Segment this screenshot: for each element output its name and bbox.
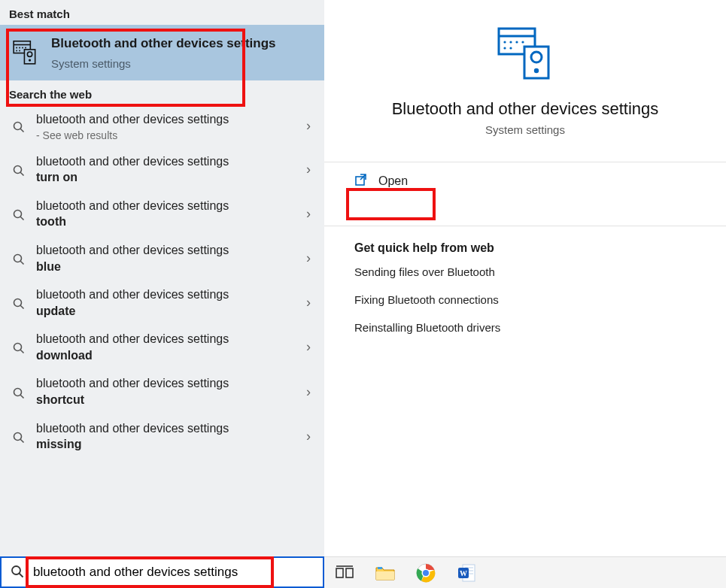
preview-subtitle: System settings bbox=[324, 123, 726, 136]
svg-point-21 bbox=[14, 344, 22, 351]
web-result[interactable]: bluetooth and other devices settings sho… bbox=[0, 369, 324, 414]
taskbar: W bbox=[324, 556, 726, 588]
svg-rect-44 bbox=[376, 571, 394, 580]
svg-point-23 bbox=[14, 388, 22, 396]
web-results-list: bluetooth and other devices settings - S… bbox=[0, 105, 324, 459]
svg-point-15 bbox=[14, 210, 22, 217]
search-icon bbox=[11, 162, 27, 177]
devices-settings-icon bbox=[11, 35, 41, 68]
best-match-result[interactable]: Bluetooth and other devices settings Sys… bbox=[0, 25, 324, 80]
svg-point-2 bbox=[16, 47, 17, 49]
svg-line-22 bbox=[20, 350, 23, 353]
web-result[interactable]: bluetooth and other devices settings tur… bbox=[0, 147, 324, 192]
chevron-right-icon[interactable]: › bbox=[300, 250, 317, 266]
search-results-panel: Best match Bluetooth and other devices s… bbox=[0, 0, 324, 556]
search-icon bbox=[11, 207, 27, 221]
word-icon[interactable]: W bbox=[454, 560, 479, 586]
svg-line-14 bbox=[20, 172, 23, 175]
svg-rect-42 bbox=[346, 568, 353, 577]
preview-title: Bluetooth and other devices settings bbox=[324, 99, 726, 119]
chevron-right-icon[interactable]: › bbox=[300, 206, 317, 222]
svg-point-17 bbox=[14, 255, 22, 262]
search-icon bbox=[11, 119, 27, 133]
chevron-right-icon[interactable]: › bbox=[300, 429, 317, 444]
help-link[interactable]: Sending files over Bluetooth bbox=[324, 258, 726, 286]
search-web-header: Search the web bbox=[0, 80, 324, 105]
chevron-right-icon[interactable]: › bbox=[300, 118, 317, 134]
svg-line-16 bbox=[20, 217, 23, 220]
search-icon bbox=[11, 429, 27, 444]
svg-rect-41 bbox=[336, 568, 343, 577]
web-result[interactable]: bluetooth and other devices settings upd… bbox=[0, 280, 324, 325]
help-link[interactable]: Fixing Bluetooth connections bbox=[324, 286, 726, 314]
search-icon bbox=[11, 385, 27, 399]
file-explorer-icon[interactable] bbox=[372, 560, 398, 586]
best-match-subtitle: System settings bbox=[51, 57, 276, 70]
svg-text:W: W bbox=[460, 569, 467, 577]
web-result[interactable]: bluetooth and other devices settings blu… bbox=[0, 236, 324, 280]
task-view-icon[interactable] bbox=[332, 560, 357, 586]
chevron-right-icon[interactable]: › bbox=[300, 295, 317, 311]
svg-line-26 bbox=[20, 439, 23, 442]
svg-line-18 bbox=[20, 261, 23, 264]
svg-point-5 bbox=[25, 47, 26, 49]
svg-point-29 bbox=[503, 41, 506, 43]
svg-line-12 bbox=[20, 129, 23, 132]
svg-point-34 bbox=[509, 47, 512, 49]
search-icon bbox=[11, 565, 24, 580]
open-button[interactable]: Open bbox=[324, 162, 726, 200]
search-bar[interactable] bbox=[0, 556, 324, 588]
svg-point-7 bbox=[19, 50, 20, 51]
help-link[interactable]: Reinstalling Bluetooth drivers bbox=[324, 314, 726, 341]
chevron-right-icon[interactable]: › bbox=[300, 339, 317, 355]
svg-point-32 bbox=[521, 41, 524, 43]
svg-point-31 bbox=[515, 41, 518, 43]
open-label: Open bbox=[378, 174, 408, 188]
chevron-right-icon[interactable]: › bbox=[300, 162, 317, 177]
svg-point-48 bbox=[423, 570, 429, 576]
svg-line-24 bbox=[20, 395, 23, 398]
search-icon bbox=[11, 340, 27, 354]
quick-help-header: Get quick help from web bbox=[324, 226, 726, 258]
web-result[interactable]: bluetooth and other devices settings dow… bbox=[0, 325, 324, 369]
chevron-right-icon[interactable]: › bbox=[300, 384, 317, 400]
open-icon bbox=[354, 173, 368, 189]
search-icon bbox=[11, 296, 27, 310]
svg-point-25 bbox=[14, 432, 22, 440]
search-icon bbox=[11, 251, 27, 265]
preview-panel: Bluetooth and other devices settings Sys… bbox=[324, 0, 726, 556]
preview-icon bbox=[324, 0, 726, 83]
best-match-title: Bluetooth and other devices settings bbox=[51, 35, 276, 53]
best-match-header: Best match bbox=[0, 0, 324, 25]
svg-point-3 bbox=[19, 47, 20, 49]
svg-point-6 bbox=[16, 50, 17, 51]
svg-rect-45 bbox=[378, 567, 382, 569]
web-result[interactable]: bluetooth and other devices settings - S… bbox=[0, 105, 324, 147]
svg-point-30 bbox=[509, 41, 512, 43]
svg-point-19 bbox=[14, 299, 22, 307]
svg-point-11 bbox=[14, 123, 22, 130]
svg-point-33 bbox=[503, 47, 506, 49]
svg-point-13 bbox=[14, 165, 22, 173]
svg-point-4 bbox=[22, 47, 23, 49]
svg-line-40 bbox=[20, 573, 23, 577]
search-input[interactable] bbox=[33, 565, 315, 580]
chrome-icon[interactable] bbox=[413, 560, 439, 586]
svg-point-10 bbox=[29, 59, 31, 62]
svg-point-37 bbox=[534, 68, 539, 73]
web-result[interactable]: bluetooth and other devices settings mis… bbox=[0, 414, 324, 459]
web-result[interactable]: bluetooth and other devices settings too… bbox=[0, 192, 324, 236]
svg-point-39 bbox=[12, 566, 20, 574]
svg-line-20 bbox=[20, 305, 23, 308]
